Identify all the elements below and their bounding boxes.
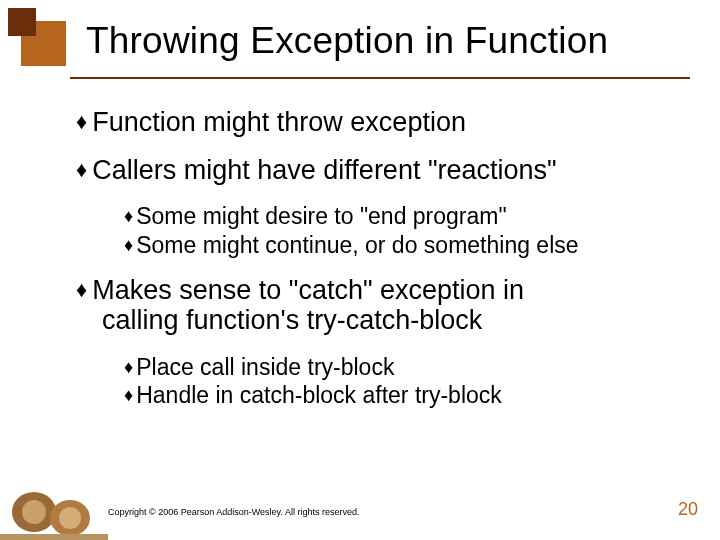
copyright-footer: Copyright © 2006 Pearson Addison-Wesley.… bbox=[108, 507, 359, 517]
bullet-level1: ♦Function might throw exception bbox=[76, 108, 676, 138]
bullet-level2: ♦Place call inside try-block bbox=[124, 354, 676, 380]
bullet-level2: ♦Some might continue, or do something el… bbox=[124, 232, 676, 258]
bullet-text: calling function's try-catch-block bbox=[102, 305, 482, 335]
bullet-level1: ♦Makes sense to "catch" exception in bbox=[76, 276, 676, 306]
bullet-level1-cont: calling function's try-catch-block bbox=[76, 306, 676, 336]
svg-rect-4 bbox=[0, 534, 108, 540]
diamond-icon: ♦ bbox=[76, 277, 87, 302]
bullet-level2: ♦Handle in catch-block after try-block bbox=[124, 382, 676, 408]
bullet-level2: ♦Some might desire to "end program" bbox=[124, 203, 676, 229]
bullet-text: Some might continue, or do something els… bbox=[136, 232, 578, 258]
diamond-icon: ♦ bbox=[124, 235, 133, 255]
slide: Throwing Exception in Function ♦Function… bbox=[0, 0, 720, 540]
lion-image bbox=[0, 466, 108, 540]
diamond-icon: ♦ bbox=[76, 109, 87, 134]
bullet-text: Makes sense to "catch" exception in bbox=[92, 275, 524, 305]
bullet-text: Place call inside try-block bbox=[136, 354, 394, 380]
svg-point-1 bbox=[22, 500, 46, 524]
svg-point-3 bbox=[59, 507, 81, 529]
diamond-icon: ♦ bbox=[124, 357, 133, 377]
bullet-level1: ♦Callers might have different "reactions… bbox=[76, 156, 676, 186]
corner-square-brown bbox=[8, 8, 36, 36]
bullet-text: Some might desire to "end program" bbox=[136, 203, 506, 229]
slide-title: Throwing Exception in Function bbox=[86, 20, 608, 62]
diamond-icon: ♦ bbox=[124, 206, 133, 226]
page-number: 20 bbox=[678, 499, 698, 520]
sub-list: ♦Some might desire to "end program" ♦Som… bbox=[124, 203, 676, 258]
title-underline bbox=[70, 77, 690, 79]
bullet-text: Handle in catch-block after try-block bbox=[136, 382, 502, 408]
sub-list: ♦Place call inside try-block ♦Handle in … bbox=[124, 354, 676, 409]
bullet-text: Function might throw exception bbox=[92, 107, 466, 137]
diamond-icon: ♦ bbox=[124, 385, 133, 405]
corner-decoration bbox=[8, 8, 66, 66]
content-area: ♦Function might throw exception ♦Callers… bbox=[76, 108, 676, 427]
bullet-text: Callers might have different "reactions" bbox=[92, 155, 556, 185]
diamond-icon: ♦ bbox=[76, 157, 87, 182]
